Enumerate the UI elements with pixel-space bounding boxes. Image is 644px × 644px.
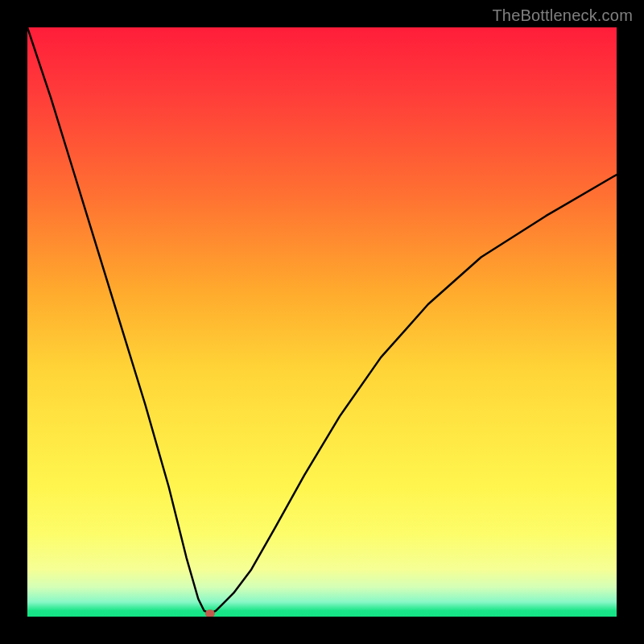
chart-frame: TheBottleneck.com	[0, 0, 644, 644]
plot-area	[27, 27, 617, 617]
chart-svg	[27, 27, 617, 617]
min-marker	[205, 609, 215, 617]
watermark-text: TheBottleneck.com	[492, 6, 633, 25]
curve-path	[27, 27, 617, 613]
